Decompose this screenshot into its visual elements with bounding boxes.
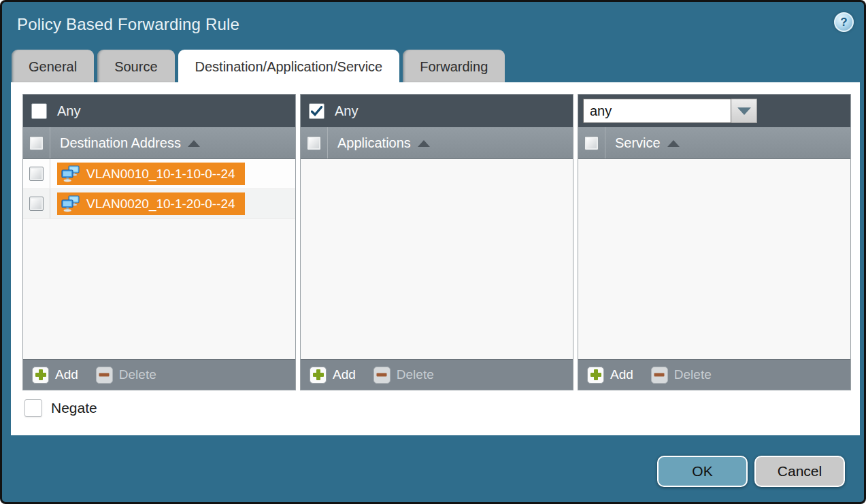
row-checkbox[interactable] [29, 167, 44, 181]
policy-based-forwarding-dialog: Policy Based Forwarding Rule ? General S… [0, 0, 866, 504]
tab-content-panel: Any Destination Address [11, 82, 860, 435]
applications-header-label: Applications [337, 135, 411, 151]
service-dropdown-row: any [578, 95, 850, 127]
service-dropdown[interactable]: any [583, 99, 757, 123]
service-dropdown-value[interactable]: any [583, 99, 731, 123]
table-row[interactable]: VLAN0020_10-1-20-0--24 [23, 189, 295, 219]
applications-column: Any Applications Add [300, 94, 573, 390]
negate-row: Negate [24, 399, 97, 417]
destination-any-label: Any [57, 103, 80, 119]
row-checkbox[interactable] [29, 197, 44, 211]
address-object-tag[interactable]: VLAN0010_10-1-10-0--24 [57, 163, 245, 185]
applications-column-header: Applications [301, 127, 573, 159]
applications-any-label: Any [335, 103, 358, 119]
ok-button[interactable]: OK [657, 456, 748, 487]
tab-forwarding[interactable]: Forwarding [403, 50, 505, 82]
sort-ascending-icon[interactable] [188, 140, 200, 147]
sort-ascending-icon[interactable] [667, 140, 680, 147]
destination-any-row: Any [23, 95, 295, 127]
tab-bar: General Source Destination/Application/S… [12, 50, 505, 82]
negate-checkbox[interactable] [24, 399, 42, 417]
dialog-title: Policy Based Forwarding Rule [17, 15, 239, 34]
help-icon[interactable]: ? [834, 12, 854, 32]
minus-icon [373, 367, 390, 384]
destination-any-checkbox[interactable] [31, 103, 47, 119]
network-address-icon [61, 195, 80, 213]
delete-button[interactable]: Delete [373, 367, 434, 384]
tab-source[interactable]: Source [97, 50, 174, 82]
delete-button[interactable]: Delete [651, 367, 712, 384]
service-toolbar: Add Delete [578, 359, 850, 390]
service-column-header: Service [578, 127, 850, 159]
minus-icon [651, 367, 668, 384]
address-object-name: VLAN0010_10-1-10-0--24 [86, 167, 235, 182]
table-row[interactable]: VLAN0010_10-1-10-0--24 [23, 159, 295, 189]
service-select-all-checkbox[interactable] [584, 136, 599, 150]
tab-general[interactable]: General [12, 50, 94, 82]
address-object-tag[interactable]: VLAN0020_10-1-20-0--24 [57, 192, 245, 215]
destination-address-column: Any Destination Address [22, 94, 296, 390]
plus-icon [310, 367, 327, 384]
destination-toolbar: Add Delete [23, 359, 295, 390]
applications-toolbar: Add Delete [301, 359, 573, 390]
dialog-actions: OK Cancel [657, 456, 845, 487]
applications-select-all-checkbox[interactable] [307, 136, 321, 150]
dialog-titlebar: Policy Based Forwarding Rule ? [2, 2, 864, 47]
sort-ascending-icon[interactable] [418, 140, 430, 147]
selector-columns: Any Destination Address [22, 94, 851, 390]
service-dropdown-button[interactable] [731, 99, 757, 123]
plus-icon [32, 367, 49, 384]
add-button[interactable]: Add [32, 367, 78, 384]
chevron-down-icon [737, 107, 751, 115]
destination-column-header: Destination Address [23, 127, 295, 159]
applications-any-row: Any [301, 95, 573, 127]
checkmark-icon [311, 106, 322, 116]
plus-icon [587, 367, 604, 384]
applications-list [301, 159, 573, 359]
applications-any-checkbox[interactable] [309, 103, 324, 119]
tab-destination-application-service[interactable]: Destination/Application/Service [178, 50, 400, 82]
network-address-icon [61, 165, 80, 183]
add-button[interactable]: Add [310, 367, 356, 384]
address-object-name: VLAN0020_10-1-20-0--24 [86, 197, 235, 212]
service-column: any Service [578, 94, 851, 390]
service-header-label: Service [615, 135, 661, 151]
negate-label: Negate [51, 400, 97, 416]
minus-icon [96, 367, 113, 384]
cancel-button[interactable]: Cancel [754, 456, 845, 487]
destination-header-label: Destination Address [60, 135, 181, 151]
add-button[interactable]: Add [587, 367, 633, 384]
destination-select-all-checkbox[interactable] [29, 136, 44, 150]
service-list [578, 159, 850, 359]
destination-list: VLAN0010_10-1-10-0--24 [23, 159, 295, 359]
delete-button[interactable]: Delete [96, 367, 156, 384]
